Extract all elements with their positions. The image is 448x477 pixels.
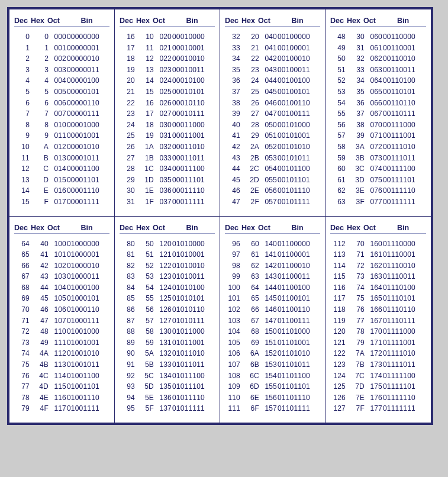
cell-oct: 034 <box>156 163 172 175</box>
cell-bin: 00110010 <box>382 53 427 65</box>
table-row: 865612601010110 <box>118 304 216 315</box>
cell-oct: 065 <box>367 86 382 98</box>
cell-hex: 1C <box>137 163 156 175</box>
cell-hex: 4D <box>32 381 51 392</box>
cell-bin: 00100110 <box>277 98 321 109</box>
cell-hex: 26 <box>243 98 262 109</box>
cell-dec: 86 <box>118 304 137 315</box>
table-row: 301E03600011110 <box>118 185 216 196</box>
cell-hex: 4B <box>32 359 51 370</box>
table-row: 714710701000111 <box>13 315 111 327</box>
cell-hex: 13 <box>137 65 156 76</box>
cell-dec: 50 <box>329 53 348 65</box>
table-row: 392704700100111 <box>224 108 321 120</box>
cell-oct: 151 <box>262 337 277 349</box>
cell-hex: 46 <box>32 304 51 315</box>
cell-oct: 150 <box>262 326 277 337</box>
cell-dec: 92 <box>118 370 137 382</box>
cell-bin: 00001001 <box>66 130 111 141</box>
cell-bin: 01110100 <box>382 282 427 294</box>
cell-dec: 100 <box>224 282 243 294</box>
table-row: 553706700110111 <box>329 108 427 120</box>
cell-dec: 94 <box>118 392 137 404</box>
cell-hex: 56 <box>137 304 156 315</box>
cell-oct: 067 <box>367 108 382 120</box>
table-row: 1100100000001 <box>13 43 111 54</box>
cell-hex: 69 <box>243 337 262 349</box>
cell-hex: 18 <box>137 120 156 131</box>
cell-hex: B <box>32 153 51 164</box>
cell-oct: 020 <box>156 31 172 43</box>
cell-oct: 000 <box>51 31 66 43</box>
cell-hex: 32 <box>348 53 367 65</box>
cell-oct: 060 <box>367 31 382 43</box>
cell-hex: 71 <box>348 249 367 260</box>
cell-hex: 0 <box>32 31 51 43</box>
table-row: 2200200000010 <box>13 53 111 65</box>
cell-hex: 4C <box>32 370 51 382</box>
cell-hex: 55 <box>137 293 156 304</box>
table-row: 1277F17701111111 <box>329 403 427 414</box>
cell-oct: 074 <box>367 163 382 175</box>
cell-dec: 4 <box>13 75 32 86</box>
cell-hex: 2C <box>243 163 262 175</box>
cell-hex: 41 <box>32 249 51 260</box>
cell-oct: 137 <box>156 403 172 414</box>
cell-hex: 31 <box>348 43 367 54</box>
table-row: 523406400110100 <box>329 75 427 86</box>
cell-oct: 176 <box>367 392 382 404</box>
cell-dec: 72 <box>13 326 32 337</box>
cell-hex: 10 <box>137 31 156 43</box>
cell-hex: 47 <box>32 315 51 327</box>
table-row: 13D01500001101 <box>13 175 111 186</box>
cell-hex: 15 <box>137 86 156 98</box>
cell-bin: 00000101 <box>66 86 111 98</box>
cell-dec: 29 <box>118 175 137 186</box>
table-row: 1127016001110000 <box>329 238 427 250</box>
cell-oct: 025 <box>156 86 172 98</box>
header-dec: Dec <box>329 17 347 25</box>
cell-dec: 24 <box>118 120 137 131</box>
table-row: 372504500100101 <box>224 86 321 98</box>
cell-oct: 133 <box>156 359 172 370</box>
table-block: DecHexOctBin1610020000100001711021000100… <box>115 9 220 217</box>
cell-hex: 24 <box>243 75 262 86</box>
cell-bin: 00100100 <box>277 75 321 86</box>
cell-hex: 3C <box>348 163 367 175</box>
cell-dec: 87 <box>118 315 137 327</box>
cell-hex: 2F <box>243 196 262 208</box>
cell-dec: 42 <box>224 141 243 153</box>
table-row: 815112101010001 <box>118 249 216 260</box>
cell-bin: 00010101 <box>172 86 216 98</box>
cell-bin: 01000011 <box>66 271 111 282</box>
cell-oct: 011 <box>51 130 66 141</box>
cell-dec: 108 <box>224 370 243 382</box>
cell-dec: 45 <box>224 175 243 186</box>
table-row: 9901100001001 <box>13 130 111 141</box>
cell-oct: 143 <box>262 271 277 282</box>
header-bin: Bin <box>63 17 111 25</box>
cell-bin: 00000001 <box>66 43 111 54</box>
cell-bin: 00010100 <box>172 75 216 86</box>
cell-dec: 70 <box>13 304 32 315</box>
cell-dec: 15 <box>13 196 32 208</box>
cell-bin: 00011011 <box>172 153 216 164</box>
cell-bin: 00111000 <box>382 120 427 131</box>
cell-hex: 25 <box>243 86 262 98</box>
cell-bin: 00111100 <box>382 163 427 175</box>
cell-oct: 053 <box>262 153 277 164</box>
column-headers: DecHexOctBin <box>329 17 427 25</box>
table-row: 684410401000100 <box>13 282 111 294</box>
cell-dec: 125 <box>329 381 348 392</box>
cell-dec: 56 <box>329 120 348 131</box>
cell-dec: 60 <box>329 163 348 175</box>
cell-oct: 161 <box>367 249 382 260</box>
cell-bin: 01111100 <box>382 370 427 382</box>
table-block: DecHexOctBin4830060001100004931061001100… <box>325 9 431 217</box>
column-headers: DecHexOctBin <box>329 224 427 232</box>
cell-oct: 045 <box>262 86 277 98</box>
cell-oct: 132 <box>156 348 172 359</box>
cell-dec: 21 <box>118 86 137 98</box>
cell-hex: E <box>32 185 51 196</box>
table-row: 261A03200011010 <box>118 141 216 153</box>
